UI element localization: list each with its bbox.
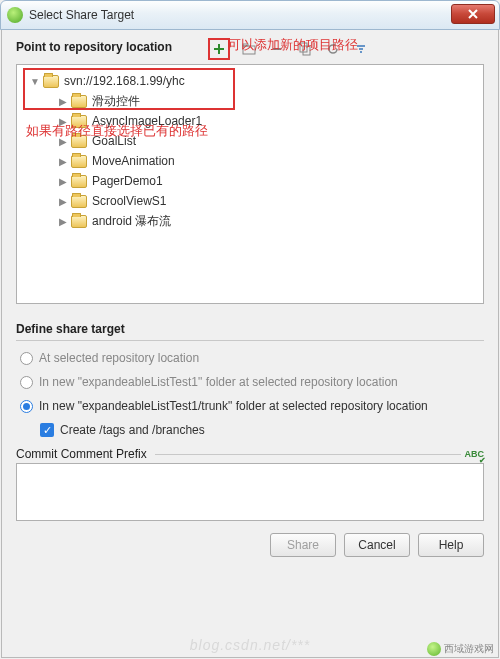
tree-root[interactable]: ▼ svn://192.168.1.99/yhc bbox=[21, 71, 479, 91]
divider bbox=[16, 340, 484, 341]
minus-icon[interactable] bbox=[268, 40, 286, 58]
expand-icon[interactable]: ▶ bbox=[57, 216, 69, 227]
repo-tree[interactable]: ▼ svn://192.168.1.99/yhc ▶滑动控件 ▶AsyncIma… bbox=[16, 64, 484, 304]
tree-item-label: 滑动控件 bbox=[92, 93, 140, 110]
commit-comment-input[interactable] bbox=[16, 463, 484, 521]
expand-icon[interactable]: ▶ bbox=[57, 196, 69, 207]
radio-icon bbox=[20, 400, 33, 413]
define-section: Define share target At selected reposito… bbox=[16, 322, 484, 437]
new-folder-icon[interactable] bbox=[240, 40, 258, 58]
svg-rect-0 bbox=[243, 46, 255, 54]
commit-prefix-label: Commit Comment Prefix bbox=[16, 447, 147, 461]
help-button[interactable]: Help bbox=[418, 533, 484, 557]
folder-icon bbox=[71, 215, 87, 228]
refresh-icon[interactable] bbox=[324, 40, 342, 58]
expand-icon[interactable]: ▶ bbox=[57, 116, 69, 127]
tree-item-label: MoveAnimation bbox=[92, 154, 175, 168]
window-title: Select Share Target bbox=[29, 8, 134, 22]
radio-trunk-folder[interactable]: In new "expandeableListTest1/trunk" fold… bbox=[20, 399, 484, 413]
tree-item-label: android 瀑布流 bbox=[92, 213, 171, 230]
highlight-box-add bbox=[208, 38, 230, 60]
copy-icon[interactable] bbox=[296, 40, 314, 58]
checkbox-label: Create /tags and /branches bbox=[60, 423, 205, 437]
check-tags-branches[interactable]: ✓ Create /tags and /branches bbox=[40, 423, 484, 437]
cancel-button[interactable]: Cancel bbox=[344, 533, 410, 557]
collapse-icon[interactable]: ▼ bbox=[29, 76, 41, 87]
add-repo-icon[interactable] bbox=[210, 40, 228, 58]
tree-item[interactable]: ▶滑动控件 bbox=[21, 91, 479, 111]
tree-item-label: PagerDemo1 bbox=[92, 174, 163, 188]
close-button[interactable] bbox=[451, 4, 495, 24]
radio-at-selected[interactable]: At selected repository location bbox=[20, 351, 484, 365]
folder-icon bbox=[71, 155, 87, 168]
tree-item[interactable]: ▶MoveAnimation bbox=[21, 151, 479, 171]
radio-label: In new "expandeableListTest1/trunk" fold… bbox=[39, 399, 428, 413]
button-row: Share Cancel Help bbox=[16, 533, 484, 557]
radio-icon bbox=[20, 352, 33, 365]
tree-item[interactable]: ▶GoalList bbox=[21, 131, 479, 151]
tree-item[interactable]: ▶android 瀑布流 bbox=[21, 211, 479, 231]
folder-icon bbox=[43, 75, 59, 88]
dialog-body: Point to repository location ▼ svn://192… bbox=[1, 30, 499, 658]
folder-icon bbox=[71, 95, 87, 108]
expand-icon[interactable]: ▶ bbox=[57, 156, 69, 167]
spellcheck-icon[interactable]: ABC bbox=[465, 449, 485, 459]
radio-label: In new "expandeableListTest1" folder at … bbox=[39, 375, 398, 389]
logo-icon bbox=[427, 642, 441, 656]
folder-icon bbox=[71, 135, 87, 148]
watermark-site: 西域游戏网 bbox=[444, 642, 494, 656]
titlebar: Select Share Target bbox=[0, 0, 500, 30]
tree-item[interactable]: ▶PagerDemo1 bbox=[21, 171, 479, 191]
divider bbox=[155, 454, 461, 455]
folder-icon bbox=[71, 175, 87, 188]
radio-new-folder[interactable]: In new "expandeableListTest1" folder at … bbox=[20, 375, 484, 389]
expand-icon[interactable]: ▶ bbox=[57, 176, 69, 187]
tree-root-label: svn://192.168.1.99/yhc bbox=[64, 74, 185, 88]
expand-icon[interactable]: ▶ bbox=[57, 136, 69, 147]
share-button[interactable]: Share bbox=[270, 533, 336, 557]
folder-icon bbox=[71, 115, 87, 128]
app-icon bbox=[7, 7, 23, 23]
tree-item-label: ScroolViewS1 bbox=[92, 194, 166, 208]
repo-toolbar bbox=[208, 38, 484, 60]
filter-icon[interactable] bbox=[352, 40, 370, 58]
radio-icon bbox=[20, 376, 33, 389]
define-label: Define share target bbox=[16, 322, 484, 336]
folder-icon bbox=[71, 195, 87, 208]
svg-rect-1 bbox=[243, 44, 248, 46]
checkbox-icon: ✓ bbox=[40, 423, 54, 437]
tree-item[interactable]: ▶ScroolViewS1 bbox=[21, 191, 479, 211]
tree-item-label: AsyncImageLoader1 bbox=[92, 114, 202, 128]
watermark-logo: 西域游戏网 bbox=[427, 642, 494, 656]
expand-icon[interactable]: ▶ bbox=[57, 96, 69, 107]
commit-prefix-row: Commit Comment Prefix ABC bbox=[16, 447, 484, 461]
tree-item[interactable]: ▶AsyncImageLoader1 bbox=[21, 111, 479, 131]
tree-item-label: GoalList bbox=[92, 134, 136, 148]
radio-label: At selected repository location bbox=[39, 351, 199, 365]
